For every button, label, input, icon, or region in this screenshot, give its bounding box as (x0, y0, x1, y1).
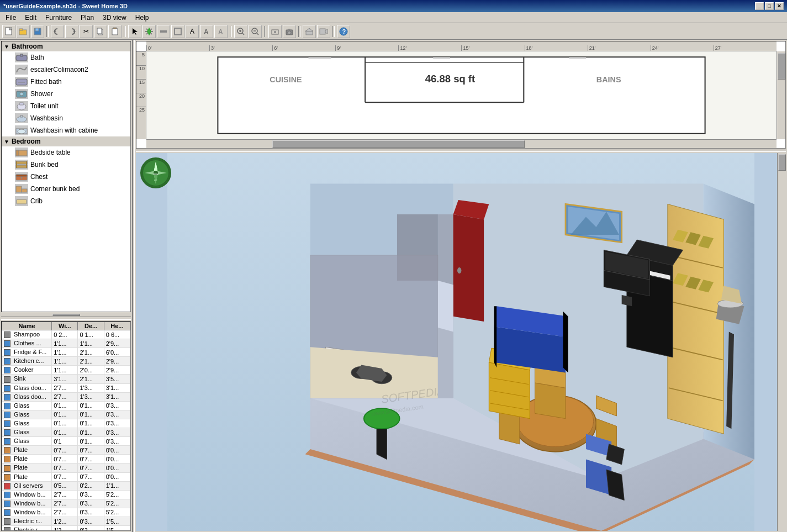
camera-button[interactable] (283, 25, 296, 38)
table-row[interactable]: Window b... 2'7... 0'3... 5'2... (2, 508, 130, 517)
undo-button[interactable] (51, 25, 64, 38)
table-row[interactable]: Electric r... 1'2... 0'3... 1'5... (2, 526, 130, 531)
table-row[interactable]: Plate 0'7... 0'7... 0'0... (2, 446, 130, 455)
draw-wall-tool[interactable] (157, 25, 170, 38)
category-label: Bedroom (12, 138, 41, 145)
redo-button[interactable] (65, 25, 78, 38)
plan-scrollbar-h-thumb[interactable] (272, 140, 524, 148)
svg-text:A: A (218, 28, 223, 36)
save-button[interactable] (31, 25, 44, 38)
plan-scrollbar-v-thumb[interactable] (778, 53, 785, 80)
table-row[interactable]: Window b... 2'7... 0'3... 5'2... (2, 499, 130, 508)
plan-scrollbar-h[interactable] (146, 139, 777, 148)
menu-file[interactable]: File (1, 13, 20, 23)
tree-item-shower[interactable]: Shower (2, 88, 130, 100)
table-row[interactable]: Glass 0'1... 0'1... 0'3... (2, 428, 130, 437)
table-row[interactable]: Plate 0'7... 0'7... 0'0... (2, 472, 130, 481)
table-row[interactable]: Glass doo... 2'7... 1'3... 3'1... (2, 392, 130, 401)
col-depth[interactable]: De... (78, 322, 104, 330)
table-row[interactable]: Glass 0'1... 0'1... 0'3... (2, 410, 130, 419)
svg-rect-50 (16, 150, 19, 156)
table-row[interactable]: Shampoo 0 2... 0 1... 0 6... (2, 330, 130, 339)
top-view-button[interactable] (268, 25, 282, 38)
3d-scrollbar-v-thumb[interactable] (778, 154, 786, 171)
prop-height: 0'0... (104, 455, 130, 463)
plan-2d[interactable]: 0' 3' 6' 9' 12' 15' 18' 21' 24' 27' 5 10… (136, 41, 786, 149)
tree-item-chest[interactable]: Chest (2, 171, 130, 183)
pan-tool[interactable] (142, 25, 156, 38)
video-button[interactable] (317, 25, 330, 38)
col-width[interactable]: Wi... (52, 322, 78, 330)
table-row[interactable]: Cooker 1'1... 2'0... 2'9... (2, 366, 130, 375)
close-button[interactable]: ✕ (775, 2, 784, 10)
table-row[interactable]: Sink 3'1... 2'1... 3'5... (2, 375, 130, 383)
tree-item-bath[interactable]: Bath (2, 51, 130, 64)
table-row[interactable]: Fridge & F... 1'1... 2'1... 6'0... (2, 348, 130, 357)
prop-height: 1'5... (104, 517, 130, 525)
prop-depth: 0'3... (78, 499, 104, 508)
view-3d[interactable]: new per (136, 153, 786, 531)
furniture-tree[interactable]: ▼ Bathroom Bath escalierColimacon2 Fitt (1, 41, 131, 312)
tree-item-bedside[interactable]: Bedside table (2, 146, 130, 159)
ruler-tick-15: 15' (461, 45, 524, 51)
prop-icon (4, 474, 10, 481)
add-text-tool[interactable]: A (200, 25, 213, 38)
washbasin-cabinet-icon (15, 125, 28, 135)
table-row[interactable]: Plate 0'7... 0'7... 0'0... (2, 463, 130, 472)
menu-3dview[interactable]: 3D view (98, 13, 131, 23)
prop-name: Fridge & F... (2, 348, 52, 357)
tree-item-washbasin-cabinet[interactable]: Washbasin with cabine (2, 124, 130, 136)
cut-button[interactable]: ✂ (80, 25, 93, 38)
tree-item-bunk[interactable]: Bunk bed (2, 159, 130, 171)
table-row[interactable]: Window b... 2'7... 0'3... 5'2... (2, 490, 130, 499)
table-row[interactable]: Glass 0'1... 0'1... 0'3... (2, 401, 130, 410)
open-button[interactable] (17, 25, 30, 38)
prop-icon (4, 447, 10, 454)
zoom-out-button[interactable] (249, 25, 262, 38)
navigation-compass[interactable]: new per (140, 157, 171, 188)
table-row[interactable]: Glass doo... 2'7... 1'3... 3'1... (2, 383, 130, 392)
copy-button[interactable] (94, 25, 107, 38)
menu-edit[interactable]: Edit (20, 13, 41, 23)
properties-panel[interactable]: Name Wi... De... He... Shampoo 0 2... 0 … (1, 321, 131, 531)
table-row[interactable]: Glass 0'1... 0'1... 0'3... (2, 419, 130, 428)
add-text2-tool[interactable]: A (214, 25, 228, 38)
plan-scrollbar-v[interactable] (777, 51, 785, 139)
minimize-button[interactable]: _ (755, 2, 764, 10)
view-splitter[interactable] (136, 150, 786, 152)
menu-plan[interactable]: Plan (76, 13, 98, 23)
3d-scrollbar-v[interactable] (777, 153, 786, 531)
select-tool[interactable] (128, 25, 141, 38)
paste-button[interactable] (108, 25, 122, 38)
plan-canvas[interactable]: CUISINE 46.88 sq ft BAINS (146, 51, 777, 139)
table-row[interactable]: Clothes ... 1'1... 1'1... 2'9... (2, 339, 130, 348)
tree-item-crib[interactable]: Crib (2, 195, 130, 207)
tree-item-escalier[interactable]: escalierColimacon2 (2, 64, 130, 76)
category-bathroom[interactable]: ▼ Bathroom (2, 41, 130, 51)
menu-help[interactable]: Help (131, 13, 154, 23)
store-button[interactable] (303, 25, 316, 38)
tree-scroll-handle[interactable] (52, 314, 80, 316)
tree-item-corner-bunk[interactable]: Corner bunk bed (2, 183, 130, 195)
expand-icon: ▼ (4, 44, 9, 50)
zoom-in-button[interactable] (234, 25, 247, 38)
maximize-button[interactable]: □ (765, 2, 774, 10)
menu-furniture[interactable]: Furniture (41, 13, 76, 23)
table-row[interactable]: Kitchen c... 1'1... 2'1... 2'9... (2, 357, 130, 366)
col-height[interactable]: He... (104, 322, 130, 330)
col-name[interactable]: Name (2, 322, 52, 330)
new-button[interactable] (2, 25, 15, 38)
table-row[interactable]: Glass 0'1 0'1... 0'3... (2, 437, 130, 446)
tree-item-fitted-bath[interactable]: Fitted bath (2, 76, 130, 88)
table-row[interactable]: Electric r... 1'2... 0'3... 1'5... (2, 517, 130, 525)
table-row[interactable]: Oil servers 0'5... 0'2... 1'1... (2, 481, 130, 490)
table-row[interactable]: Plate 0'7... 0'7... 0'0... (2, 455, 130, 463)
tree-table-splitter[interactable] (1, 317, 131, 320)
category-bedroom[interactable]: ▼ Bedroom (2, 136, 130, 146)
tree-item-toilet[interactable]: Toilet unit (2, 100, 130, 112)
draw-room-tool[interactable] (171, 25, 184, 38)
tree-item-washbasin[interactable]: Washbasin (2, 112, 130, 124)
add-furniture-tool[interactable]: A (186, 25, 199, 38)
help-button[interactable]: ? (337, 25, 350, 38)
svg-rect-5 (35, 28, 39, 31)
